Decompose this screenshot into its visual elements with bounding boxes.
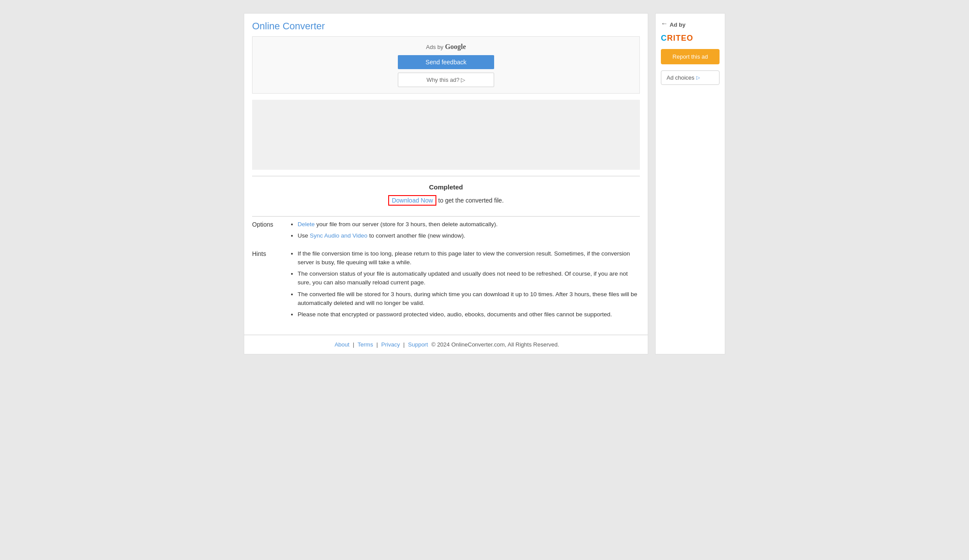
ad-placeholder (252, 100, 640, 170)
footer-about-link[interactable]: About (334, 341, 349, 348)
list-item: The converted file will be stored for 3 … (298, 290, 640, 308)
hints-label: Hints (252, 249, 283, 322)
delete-link[interactable]: Delete (298, 221, 315, 228)
options-label: Options (252, 220, 283, 243)
footer-privacy-link[interactable]: Privacy (381, 341, 400, 348)
ad-section: Ads by Google Send feedback Why this ad?… (252, 36, 640, 94)
ad-choices-label: Ad choices (667, 74, 695, 81)
adchoices-icon: ▷ (696, 75, 700, 80)
download-row: Download Now to get the converted file. (252, 195, 640, 206)
criteo-rest: RITEO (667, 34, 693, 42)
footer-terms-link[interactable]: Terms (358, 341, 373, 348)
ads-by-google-label: Ads by Google (426, 43, 466, 51)
list-item: Use Sync Audio and Video to convert anot… (298, 231, 640, 240)
page-wrapper: Online Converter Ads by Google Send feed… (244, 13, 725, 354)
main-content: Online Converter Ads by Google Send feed… (244, 13, 648, 354)
hints-row: Hints If the file conversion time is too… (252, 249, 640, 322)
completed-section: Completed Download Now to get the conver… (244, 176, 648, 216)
page-footer: About | Terms | Privacy | Support © 2024… (244, 335, 648, 354)
options-row: Options Delete your file from our server… (252, 220, 640, 243)
list-item: Delete your file from our server (store … (298, 220, 640, 229)
report-ad-button[interactable]: Report this ad (661, 49, 720, 64)
sidebar-back-arrow[interactable]: ← (661, 20, 668, 28)
sidebar-ad-by-label: Ad by (670, 21, 685, 28)
footer-support-link[interactable]: Support (408, 341, 428, 348)
list-item: The conversion status of your file is au… (298, 270, 640, 287)
page-title: Online Converter (244, 14, 648, 36)
list-item: Please note that encrypted or password p… (298, 310, 640, 319)
completed-title: Completed (252, 183, 640, 191)
right-sidebar: ← Ad by CRITEO Report this ad Ad choices… (655, 13, 725, 354)
options-hints-section: Options Delete your file from our server… (244, 217, 648, 335)
hints-content: If the file conversion time is too long,… (290, 249, 640, 322)
options-content: Delete your file from our server (store … (290, 220, 640, 243)
why-this-ad-button[interactable]: Why this ad? ▷ (398, 73, 494, 87)
download-text: to get the converted file. (438, 197, 503, 204)
list-item: If the file conversion time is too long,… (298, 249, 640, 267)
sync-audio-video-link[interactable]: Sync Audio and Video (310, 232, 368, 239)
footer-copyright: © 2024 OnlineConverter.com, All Rights R… (431, 341, 559, 348)
criteo-c: C (661, 34, 667, 42)
criteo-logo: CRITEO (661, 34, 720, 43)
send-feedback-button[interactable]: Send feedback (398, 55, 494, 69)
download-now-link[interactable]: Download Now (388, 195, 436, 206)
ad-choices-button[interactable]: Ad choices ▷ (661, 70, 720, 85)
